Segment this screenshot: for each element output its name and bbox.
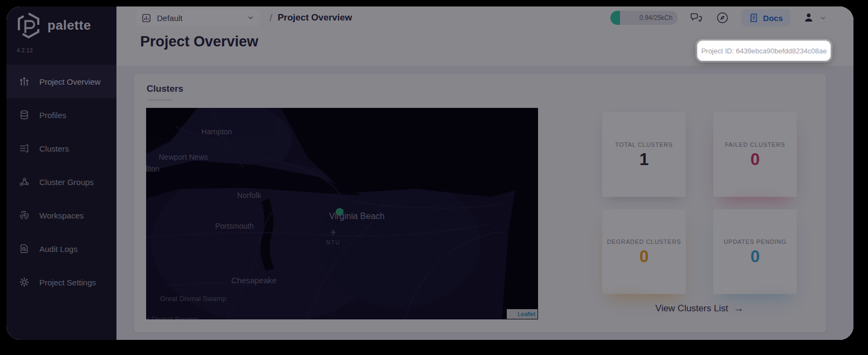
project-id-tooltip: Project ID: 6439ebca90befdd8234c08ae [697, 40, 831, 61]
project-id-text: Project ID: 6439ebca90befdd8234c08ae [701, 47, 827, 55]
app-window: palette 4.2.13 Project Overview Profiles [6, 6, 853, 340]
